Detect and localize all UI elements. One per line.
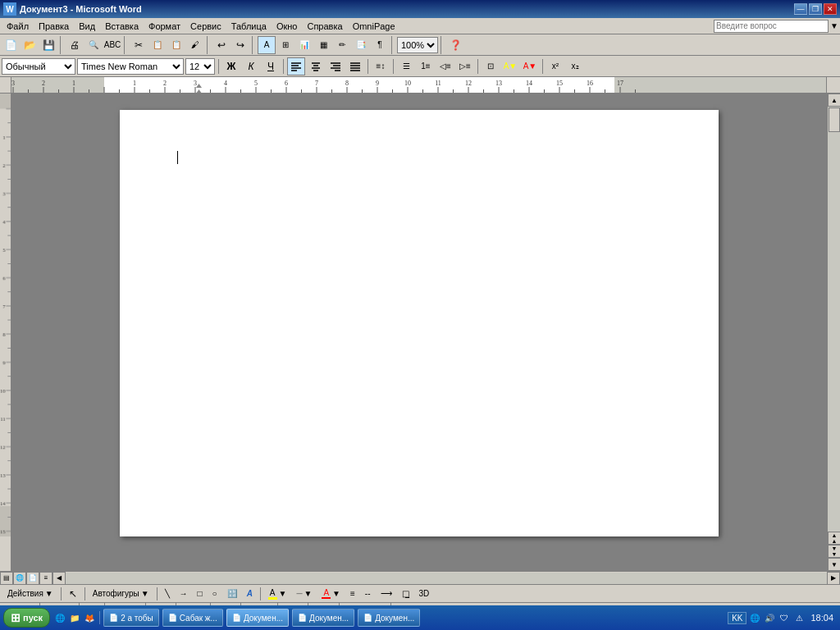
redo-button[interactable]: ↪ bbox=[231, 36, 249, 54]
align-left-button[interactable] bbox=[287, 57, 305, 75]
menu-view[interactable]: Вид bbox=[74, 20, 100, 33]
scroll-right-button[interactable]: ▶ bbox=[827, 572, 840, 585]
style-select[interactable]: Обычный bbox=[2, 58, 75, 75]
numbering-button[interactable]: 1≡ bbox=[417, 57, 435, 75]
arrow-button[interactable]: → bbox=[176, 587, 192, 601]
underline-button[interactable]: Ч bbox=[262, 57, 280, 75]
columns-button[interactable]: ▦ bbox=[314, 36, 332, 54]
scroll-up-button[interactable]: ▲ bbox=[828, 94, 840, 107]
insert-excel-button[interactable]: 📊 bbox=[295, 36, 313, 54]
menu-edit[interactable]: Правка bbox=[34, 20, 74, 33]
font-color-button[interactable]: A▼ bbox=[521, 57, 539, 75]
rectangle-button[interactable]: □ bbox=[194, 587, 207, 601]
bold-button[interactable]: Ж bbox=[222, 57, 240, 75]
ie-icon[interactable]: 🌐 bbox=[53, 611, 66, 624]
highlight-button[interactable]: A bbox=[258, 36, 276, 54]
menu-format[interactable]: Формат bbox=[144, 20, 185, 33]
subscript-button[interactable]: x₂ bbox=[566, 57, 584, 75]
show-formatting-button[interactable]: ¶ bbox=[371, 36, 389, 54]
superscript-button[interactable]: x² bbox=[546, 57, 564, 75]
font-color-draw-button[interactable]: A▼ bbox=[317, 587, 345, 601]
restore-button[interactable]: ❐ bbox=[809, 3, 822, 15]
normal-view-button[interactable]: ▤ bbox=[0, 572, 13, 585]
fill-color-button[interactable]: A▼ bbox=[264, 587, 291, 601]
line-style-button[interactable]: ≡ bbox=[346, 587, 359, 601]
dash-style-button[interactable]: -- bbox=[361, 587, 375, 601]
print-button[interactable]: 🖨 bbox=[66, 36, 84, 54]
arrow-style-button[interactable]: ⟶ bbox=[377, 587, 396, 601]
shadow-button[interactable]: □̲ bbox=[398, 587, 413, 601]
tray-icon-network[interactable]: 🌐 bbox=[748, 611, 761, 624]
new-button[interactable]: 📄 bbox=[2, 36, 20, 54]
taskbar-btn-1[interactable]: 📄 Сабак ж... bbox=[162, 609, 223, 627]
zoom-select[interactable]: 100% 75% 50% 150% bbox=[397, 37, 438, 53]
menu-table[interactable]: Таблица bbox=[226, 20, 272, 33]
paste-button[interactable]: 📋 bbox=[167, 36, 185, 54]
cut-button[interactable]: ✂ bbox=[130, 36, 148, 54]
scroll-left-button[interactable]: ◀ bbox=[52, 572, 66, 585]
align-center-button[interactable] bbox=[307, 57, 325, 75]
help-button[interactable]: ❓ bbox=[446, 36, 464, 54]
taskbar-btn-3[interactable]: 📄 Докумен... bbox=[292, 609, 354, 627]
taskbar-btn-4[interactable]: 📄 Докумен... bbox=[358, 609, 420, 627]
decrease-indent-button[interactable]: ◁≡ bbox=[436, 57, 454, 75]
window-controls[interactable]: — ❐ ✕ bbox=[794, 3, 837, 15]
italic-button[interactable]: К bbox=[242, 57, 260, 75]
tray-icon-volume[interactable]: 🔊 bbox=[763, 611, 776, 624]
explorer-icon[interactable]: 📁 bbox=[68, 611, 81, 624]
start-button[interactable]: ⊞ пуск bbox=[3, 608, 50, 628]
textbox-button[interactable]: 🔡 bbox=[223, 587, 241, 601]
copy-button[interactable]: 📋 bbox=[148, 36, 167, 54]
line-button[interactable]: ╲ bbox=[161, 587, 174, 601]
tray-icon-antivirus[interactable]: ⚠ bbox=[792, 611, 806, 624]
insert-table-button[interactable]: ⊞ bbox=[276, 36, 294, 54]
hscroll-track[interactable] bbox=[66, 573, 827, 584]
kk-language-indicator[interactable]: KK bbox=[728, 612, 746, 624]
highlight-color-button[interactable]: A▼ bbox=[501, 57, 519, 75]
scroll-page-down[interactable]: ▼▼ bbox=[828, 545, 840, 558]
scroll-thumb[interactable] bbox=[829, 107, 840, 132]
close-button[interactable]: ✕ bbox=[824, 3, 837, 15]
menu-omnipage[interactable]: OmniPage bbox=[348, 20, 400, 33]
page-view-button[interactable]: 📄 bbox=[26, 572, 39, 585]
outline-view-button[interactable]: ≡ bbox=[39, 572, 52, 585]
font-size-select[interactable]: 12 8101416 bbox=[185, 58, 215, 75]
spell-check-button[interactable]: ABC bbox=[103, 36, 121, 54]
print-preview-button[interactable]: 🔍 bbox=[84, 36, 103, 54]
web-view-button[interactable]: 🌐 bbox=[13, 572, 26, 585]
actions-button[interactable]: Действия ▼ bbox=[3, 587, 57, 601]
firefox-icon[interactable]: 🦊 bbox=[83, 611, 96, 624]
line-color-button[interactable]: ─▼ bbox=[292, 587, 316, 601]
align-right-button[interactable] bbox=[326, 57, 345, 75]
justify-button[interactable] bbox=[346, 57, 364, 75]
format-painter-button[interactable]: 🖌 bbox=[186, 36, 204, 54]
vertical-scrollbar[interactable]: ▲ ▲▲ ▼▼ ▼ bbox=[827, 94, 840, 571]
help-search-input[interactable] bbox=[714, 20, 829, 33]
document-scroll-area[interactable] bbox=[11, 94, 827, 571]
oval-button[interactable]: ○ bbox=[208, 587, 221, 601]
scroll-page-up[interactable]: ▲▲ bbox=[828, 532, 840, 545]
horizontal-scrollbar[interactable]: ▤ 🌐 📄 ≡ ◀ ▶ bbox=[0, 571, 840, 584]
scroll-track[interactable] bbox=[828, 107, 840, 532]
minimize-button[interactable]: — bbox=[794, 3, 807, 15]
menu-service[interactable]: Сервис bbox=[185, 20, 226, 33]
menu-insert[interactable]: Вставка bbox=[100, 20, 144, 33]
open-button[interactable]: 📂 bbox=[21, 36, 39, 54]
save-button[interactable]: 💾 bbox=[39, 36, 57, 54]
help-search-button[interactable]: ▼ bbox=[830, 21, 838, 30]
drawing-button[interactable]: ✏ bbox=[333, 36, 351, 54]
menu-window[interactable]: Окно bbox=[272, 20, 303, 33]
font-select[interactable]: Times New Roman bbox=[77, 58, 184, 75]
line-spacing-button[interactable]: ≡↕ bbox=[372, 57, 390, 75]
taskbar-btn-0[interactable]: 📄 2 а тобы bbox=[103, 609, 159, 627]
outside-border-button[interactable]: ⊡ bbox=[482, 57, 500, 75]
3d-button[interactable]: 3D bbox=[415, 587, 434, 601]
document-map-button[interactable]: 📑 bbox=[352, 36, 370, 54]
increase-indent-button[interactable]: ▷≡ bbox=[456, 57, 474, 75]
select-objects-button[interactable]: ↖ bbox=[65, 587, 81, 601]
bullets-button[interactable]: ☰ bbox=[397, 57, 415, 75]
scroll-down-button[interactable]: ▼ bbox=[828, 558, 840, 571]
undo-button[interactable]: ↩ bbox=[212, 36, 231, 54]
taskbar-btn-2[interactable]: 📄 Докумен... bbox=[226, 609, 289, 627]
document-page[interactable] bbox=[120, 110, 719, 536]
